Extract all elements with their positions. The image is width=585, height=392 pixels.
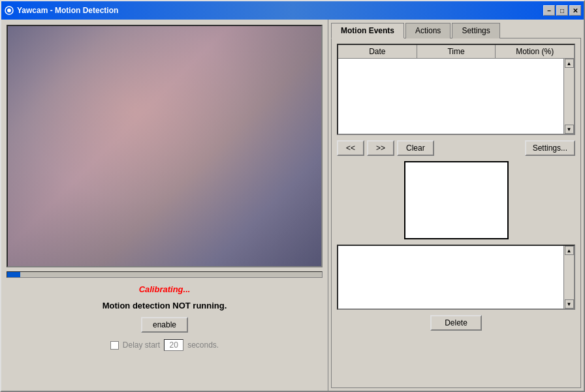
tab-settings[interactable]: Settings (452, 23, 499, 38)
scroll-down-button[interactable]: ▼ (565, 125, 574, 134)
enable-button[interactable]: enable (141, 317, 188, 333)
title-bar: Yawcam - Motion Detection – □ ✕ (1, 1, 584, 20)
tab-actions[interactable]: Actions (405, 23, 451, 38)
events-table: Date Time Motion (%) ▲ ▼ (337, 44, 575, 135)
tab-bar: Motion Events Actions Settings (328, 20, 584, 38)
window-controls: – □ ✕ (543, 5, 581, 16)
log-scroll-down-button[interactable]: ▼ (565, 299, 574, 309)
main-content: Calibrating... Motion detection NOT runn… (1, 20, 584, 391)
prev-button[interactable]: << (337, 140, 364, 156)
col-header-motion: Motion (%) (496, 45, 574, 58)
app-icon (4, 5, 14, 16)
events-table-body: ▲ ▼ (338, 59, 574, 134)
close-button[interactable]: ✕ (569, 5, 581, 16)
next-button[interactable]: >> (367, 140, 394, 156)
svg-point-1 (7, 8, 11, 12)
delete-btn-container: Delete (337, 315, 575, 331)
enable-btn-container: enable (7, 317, 323, 333)
delay-checkbox[interactable] (110, 341, 119, 350)
delay-seconds-label: seconds. (187, 340, 219, 350)
main-window: Yawcam - Motion Detection – □ ✕ Calibrat… (0, 0, 585, 392)
log-area: ▲ ▼ (337, 245, 575, 310)
maximize-button[interactable]: □ (556, 5, 568, 16)
clear-button[interactable]: Clear (397, 140, 434, 156)
delay-row: Delay start seconds. (7, 339, 323, 351)
tab-content: Date Time Motion (%) ▲ ▼ << >> (331, 38, 581, 388)
camera-view (7, 25, 323, 267)
col-header-date: Date (338, 45, 417, 58)
calibrating-text: Calibrating... (7, 284, 323, 294)
table-scrollbar: ▲ ▼ (563, 59, 574, 134)
col-header-time: Time (417, 45, 496, 58)
minimize-button[interactable]: – (543, 5, 555, 16)
progress-bar-container (7, 271, 323, 278)
log-scrollbar: ▲ ▼ (563, 246, 574, 309)
progress-bar-fill (7, 272, 20, 277)
settings-button[interactable]: Settings... (525, 140, 575, 156)
log-scroll-up-button[interactable]: ▲ (565, 246, 574, 255)
preview-box (404, 161, 509, 239)
tab-motion-events[interactable]: Motion Events (331, 23, 404, 38)
motion-status-text: Motion detection NOT running. (7, 301, 323, 310)
events-table-header: Date Time Motion (%) (338, 45, 574, 59)
window-title: Yawcam - Motion Detection (17, 6, 543, 15)
delay-label: Delay start (123, 340, 160, 350)
right-panel: Motion Events Actions Settings Date Time… (328, 20, 584, 391)
nav-buttons-row: << >> Clear Settings... (337, 140, 575, 156)
scroll-up-button[interactable]: ▲ (565, 59, 574, 68)
delete-button[interactable]: Delete (430, 315, 482, 331)
left-panel: Calibrating... Motion detection NOT runn… (1, 20, 328, 391)
delay-input[interactable] (164, 339, 183, 351)
